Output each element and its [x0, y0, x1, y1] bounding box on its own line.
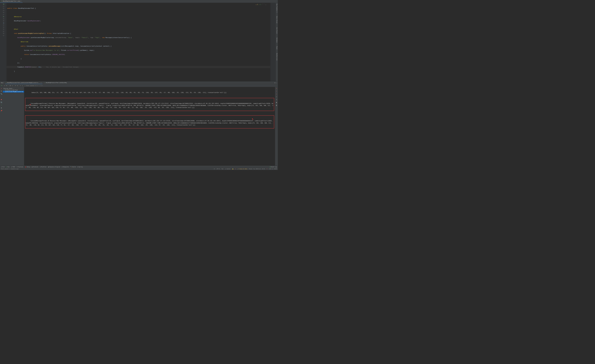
editor-tab-label: BaseMsgConsumerTest.java	[3, 0, 20, 2]
tool-run[interactable]: ▶ Run	[6, 166, 10, 167]
tool-terminal[interactable]: ▣ Terminal	[32, 166, 38, 167]
minimize-icon[interactable]: —	[276, 82, 277, 83]
exit-icon[interactable]: ➜	[1, 104, 2, 106]
tool-json-parser[interactable]: Json Parser	[276, 27, 277, 34]
code-minimap[interactable]	[270, 3, 276, 81]
tests-passed-label: » Tests passed: 0 of 1 test	[25, 85, 43, 86]
tool-rest-services[interactable]: RestServices	[276, 53, 277, 61]
status-changes[interactable]: ⚠ 4 Δ/up-to-date	[237, 168, 247, 170]
status-bar: Tests passed: 1 (moments ago) LF UTF-8 T…	[0, 168, 278, 170]
status-blame[interactable]: Blame: You 2023/1/2, 22:01	[249, 168, 265, 170]
git-blame-inline: You, A minute ago · Uncommitted changes	[42, 66, 79, 68]
java-class-icon: Ⓒ	[1, 0, 2, 2]
rerun-icon[interactable]: ⟳	[1, 85, 2, 86]
next-highlight-icon[interactable]: ˇ	[264, 4, 264, 6]
status-line-ending[interactable]: LF	[214, 168, 215, 170]
error-indicator-icon[interactable]: ⊘	[235, 168, 236, 170]
check-icon[interactable]: ✔	[4, 85, 5, 86]
prev-highlight-icon[interactable]: ˆ	[262, 4, 263, 6]
line-number: 27	[0, 14, 7, 16]
line-number: 35	[0, 30, 7, 32]
highlighted-console-block-2: ➘ ConsumeMessageThread_10 Receive New Me…	[25, 115, 274, 128]
tool-maven[interactable]: Maven	[276, 46, 277, 49]
tool-spring[interactable]: ❀ Spring	[78, 166, 83, 167]
sort-icon[interactable]: ↓≡	[9, 85, 11, 86]
tool-key-promoter[interactable]: Key Promoter X	[276, 4, 277, 12]
line-number: o↑31	[0, 22, 7, 24]
status-memory[interactable]: 1132 of 1981M	[269, 168, 277, 170]
test-config-icon: ◈	[45, 82, 45, 83]
yapi-icon[interactable]: Y	[267, 168, 267, 170]
status-encoding[interactable]: UTF-8	[217, 168, 220, 170]
close-icon[interactable]: ×	[21, 0, 22, 2]
print-icon[interactable]: 🖶	[276, 101, 277, 103]
right-tool-strip: Key Promoter X Redis Helper Json Parser …	[276, 3, 278, 81]
status-branch[interactable]: ⎇ master	[225, 168, 231, 170]
line-number: 36	[0, 32, 7, 35]
inspections-menu-icon[interactable]: ⋮	[265, 4, 266, 6]
tree-test-item[interactable]: ⟳pushConsumerMsgByClustering	[3, 91, 24, 93]
test-tree: Running tests... ⟳BaseMsgConsumerTest ⟳p…	[3, 87, 24, 166]
editor-tab[interactable]: Ⓒ BaseMsgConsumerTest.java ×	[0, 0, 22, 3]
tool-sequence-diagram[interactable]: ▦ Sequence Diagram	[48, 166, 60, 167]
run-tab-2[interactable]: ◈ BaseMsgProducerTest.sendSyncMsg	[44, 81, 68, 84]
edit-icon[interactable]: ✎	[276, 88, 277, 89]
tree-class-item[interactable]: ⟳BaseMsgConsumerTest	[3, 89, 24, 91]
tool-redis-helper[interactable]: Redis Helper	[276, 16, 277, 23]
collapse-icon[interactable]: ⇲	[17, 85, 18, 86]
warnings-indicator[interactable]: ⚠ 1	[256, 4, 258, 6]
tool-profiler[interactable]: ◔ Profiler	[40, 166, 47, 167]
tool-problems[interactable]: ⊘ Problems	[17, 166, 23, 167]
wrench-icon[interactable]: 🔧	[0, 93, 2, 95]
toggle-auto-icon[interactable]: ⟳	[1, 90, 2, 92]
layout-icon[interactable]: ▤	[1, 107, 2, 108]
console-output[interactable]: body=[72, 101, 108, 108, 111, -17, -68, …	[24, 87, 275, 166]
line-number: 34	[0, 28, 7, 30]
highlighted-console-block-1: ➘ ConsumeMessageThread_9 Receive New Mes…	[25, 98, 274, 111]
gear-icon[interactable]: ⚙	[275, 82, 275, 83]
prev-icon[interactable]: ↑	[20, 85, 21, 86]
run-test-icon[interactable]: ▶	[3, 16, 4, 18]
rerun-failed-icon[interactable]: ↺	[1, 88, 2, 89]
clear-icon[interactable]: 🗑	[276, 104, 277, 106]
dump-icon[interactable]: 📷	[0, 101, 2, 103]
tool-database[interactable]: Database	[276, 38, 277, 43]
tool-build[interactable]: 🔨 Build	[71, 166, 76, 167]
run-class-icon[interactable]: ▶▶	[3, 3, 4, 5]
override-icon[interactable]: o↑	[3, 22, 4, 24]
bottom-tool-bar: ⎇ Git ▶ Run ≡ TODO ⊘ Problems 🐞 Debug ▣ …	[0, 165, 278, 168]
lock-icon[interactable]: 🔒	[232, 168, 234, 170]
pin-icon[interactable]: 📌	[0, 110, 2, 111]
line-number: 25	[0, 9, 7, 12]
line-number: 26	[0, 12, 7, 14]
status-message: Tests passed: 1 (moments ago)	[1, 168, 212, 170]
up-arrow-icon[interactable]: ↑	[276, 90, 277, 92]
test-config-icon: ◈	[6, 82, 7, 83]
ok-indicator[interactable]: ✔ 1	[259, 4, 261, 6]
tool-endpoints[interactable]: ⇄ Endpoints	[62, 166, 69, 167]
tool-event-log[interactable]: ● Event Log	[270, 166, 277, 167]
run-left-toolbar: ↺ ⟳ 🔧 ■ 📷 ➜ ▤ 📌	[0, 87, 3, 166]
tool-todo[interactable]: ≡ TODO	[11, 166, 15, 167]
soft-wrap-icon[interactable]: ↩	[276, 96, 277, 97]
close-icon[interactable]: ×	[41, 82, 42, 83]
expand-icon[interactable]: ⇱	[15, 85, 16, 86]
run-tab-1[interactable]: ◈ BaseMsgConsumerTest.pushConsumerMsgByC…	[5, 81, 42, 84]
scroll-end-icon[interactable]: ⤓	[276, 99, 277, 100]
editor-inspections: ⚠ 1 ✔ 1 ˆ ˇ ⋮	[256, 4, 266, 6]
next-icon[interactable]: ↓	[22, 85, 23, 86]
disable-icon[interactable]: ⊘	[6, 85, 7, 86]
spinner-icon: ⟳	[4, 91, 5, 93]
code-editor[interactable]: ⚠ 1 ✔ 1 ˆ ˇ ⋮ public class BaseMsgConsum…	[7, 3, 270, 81]
status-indent[interactable]: Tab	[221, 168, 223, 170]
line-number: 24	[0, 7, 7, 10]
line-number: ▶28	[0, 16, 7, 18]
tree-status: Running tests...	[3, 87, 24, 89]
down-arrow-icon[interactable]: ↓	[276, 93, 277, 95]
tool-git[interactable]: ⎇ Git	[1, 166, 5, 167]
tool-debug[interactable]: 🐞 Debug	[25, 166, 30, 167]
filter-icon[interactable]: ↕	[12, 85, 13, 86]
run-panel-header: Run: ◈ BaseMsgConsumerTest.pushConsumerM…	[0, 81, 278, 84]
line-number: 33	[0, 26, 7, 28]
stop-icon[interactable]: ■	[1, 99, 2, 100]
